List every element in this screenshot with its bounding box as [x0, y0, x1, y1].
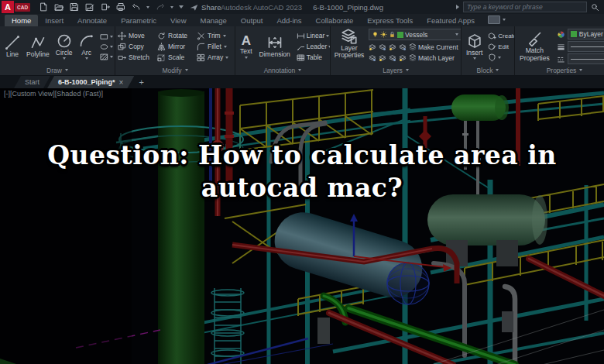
autocad-logo[interactable]: A CAD: [0, 0, 30, 14]
attributes-button[interactable]: [488, 53, 515, 62]
color-wheel-icon: [557, 30, 565, 39]
copy-button[interactable]: Copy: [118, 43, 157, 51]
undo-icon[interactable]: [131, 2, 141, 12]
edit-block-button[interactable]: Edit: [488, 43, 515, 51]
arc-button[interactable]: Arc: [77, 33, 97, 60]
move-button[interactable]: Move: [118, 32, 157, 40]
layer-tool-icon[interactable]: [379, 43, 386, 51]
panel-annotation-footer[interactable]: Annotation: [235, 65, 330, 75]
insert-block-button[interactable]: Insert: [464, 33, 485, 60]
stretch-button[interactable]: Stretch: [118, 53, 157, 62]
new-drawing-tab-button[interactable]: +: [131, 76, 151, 88]
table-button[interactable]: Table: [297, 53, 331, 62]
tab-parametric[interactable]: Parametric: [114, 15, 163, 26]
hatch-button[interactable]: [100, 53, 113, 61]
text-button[interactable]: AText: [238, 34, 255, 58]
new-file-icon[interactable]: [38, 2, 48, 12]
layer-dropdown[interactable]: Vessels: [369, 29, 462, 40]
file-tab-start[interactable]: Start: [14, 76, 50, 88]
question-overlay-text: Question: How to calculate area in autoc…: [0, 139, 604, 204]
layer-tool-icon[interactable]: [369, 43, 376, 51]
qat-customize-caret[interactable]: [179, 5, 184, 9]
panel-modify-footer[interactable]: Modify: [115, 65, 235, 75]
dimension-button[interactable]: Dimension: [257, 35, 293, 58]
panel-block: Insert Create Edit Block: [462, 26, 515, 75]
tab-featured-apps[interactable]: Featured Apps: [420, 15, 482, 26]
tab-output[interactable]: Output: [234, 15, 270, 26]
share-button[interactable]: Share: [190, 3, 221, 12]
rectangle-button[interactable]: [100, 33, 113, 41]
tab-manage[interactable]: Manage: [194, 15, 234, 26]
plot-icon[interactable]: [100, 2, 110, 12]
panel-annotation: AText Dimension Linear Leader Table Anno…: [235, 26, 331, 75]
tab-home[interactable]: Home: [5, 15, 38, 26]
ribbon-image-icon: [488, 15, 500, 24]
array-button[interactable]: Array: [197, 53, 235, 62]
layer-dropdown-caret: [455, 33, 458, 36]
rotate-button[interactable]: Rotate: [157, 32, 197, 40]
layer-properties-button[interactable]: Layer Properties: [333, 29, 365, 60]
scene-left-vignette: [0, 88, 132, 364]
circle-button[interactable]: Circle: [53, 33, 75, 60]
tab-insert[interactable]: Insert: [38, 15, 70, 26]
print-icon[interactable]: [115, 2, 125, 12]
tab-add-ins[interactable]: Add-ins: [269, 15, 308, 26]
bylayer-color-swatch: [571, 31, 577, 37]
ellipse-button[interactable]: [100, 43, 113, 51]
redo-icon[interactable]: [155, 2, 165, 12]
panel-properties-footer[interactable]: Properties: [515, 65, 604, 75]
linear-button[interactable]: Linear: [297, 32, 331, 40]
panel-block-footer[interactable]: Block: [462, 65, 514, 75]
layer-tool-icon[interactable]: [399, 43, 407, 51]
tab-express-tools[interactable]: Express Tools: [360, 15, 420, 26]
panel-draw-footer[interactable]: Draw: [0, 65, 115, 75]
ribbon-display-toggle[interactable]: [482, 15, 512, 26]
arc-caret: [85, 57, 88, 60]
make-current-button[interactable]: Make Current: [409, 43, 458, 51]
drawing-viewport[interactable]: [-][Custom View][Shaded (Fast)]: [0, 88, 604, 364]
object-color-dropdown[interactable]: ByLayer: [568, 29, 604, 39]
line-button[interactable]: Line: [2, 35, 22, 58]
search-input[interactable]: [463, 2, 587, 12]
match-properties-button[interactable]: Match Properties: [517, 31, 552, 62]
panel-draw: Line Polyline Circle Arc Draw: [0, 26, 115, 75]
ribbon-toggle-caret: [503, 19, 506, 21]
viewport-controls[interactable]: [-][Custom View][Shaded (Fast)]: [4, 90, 103, 98]
scale-button[interactable]: Scale: [157, 53, 197, 62]
question-line-1: Question: How to calculate area in: [0, 139, 604, 172]
layer-tool-icon[interactable]: [399, 54, 407, 62]
quick-access-toolbar: [38, 2, 184, 12]
open-file-icon[interactable]: [53, 2, 63, 12]
tab-annotate[interactable]: Annotate: [70, 15, 114, 26]
text-a-icon: A: [242, 34, 251, 47]
tab-view[interactable]: View: [163, 15, 193, 26]
panel-layers-footer[interactable]: Layers: [331, 65, 461, 75]
tab-collaborate[interactable]: Collaborate: [309, 15, 361, 26]
layer-color-swatch: [397, 32, 403, 38]
create-block-button[interactable]: Create: [488, 32, 515, 40]
undo-dropdown-caret[interactable]: [146, 6, 149, 9]
mirror-button[interactable]: Mirror: [157, 43, 197, 51]
leader-button[interactable]: Leader: [297, 43, 331, 51]
polyline-button[interactable]: Polyline: [24, 35, 52, 58]
linetype-dropdown[interactable]: ByLayer: [568, 53, 604, 64]
trim-button[interactable]: Trim: [197, 32, 235, 40]
search-icon[interactable]: [591, 3, 599, 12]
search-expand-icon[interactable]: [456, 5, 459, 9]
file-tab-active-drawing[interactable]: 6-B-1000_Piping* ×: [47, 76, 134, 88]
layer-tool-icon[interactable]: [369, 54, 376, 62]
redo-dropdown-caret[interactable]: [170, 6, 173, 9]
save-as-icon[interactable]: [84, 2, 94, 12]
linetype-icon: [557, 55, 565, 64]
layer-tool-icon[interactable]: [389, 54, 396, 62]
viewport-3d-scene: [0, 88, 604, 364]
lineweight-dropdown[interactable]: ByLayer: [568, 41, 604, 52]
match-layer-button[interactable]: Match Layer: [409, 54, 455, 62]
layer-tool-icon[interactable]: [379, 54, 386, 62]
close-tab-icon[interactable]: ×: [119, 78, 124, 87]
app-title: Autodesk AutoCAD 2023: [221, 3, 302, 12]
layer-thaw-icon: [380, 31, 387, 38]
layer-tool-icon[interactable]: [389, 43, 396, 51]
save-icon[interactable]: [69, 2, 79, 12]
fillet-button[interactable]: Fillet: [197, 43, 235, 51]
